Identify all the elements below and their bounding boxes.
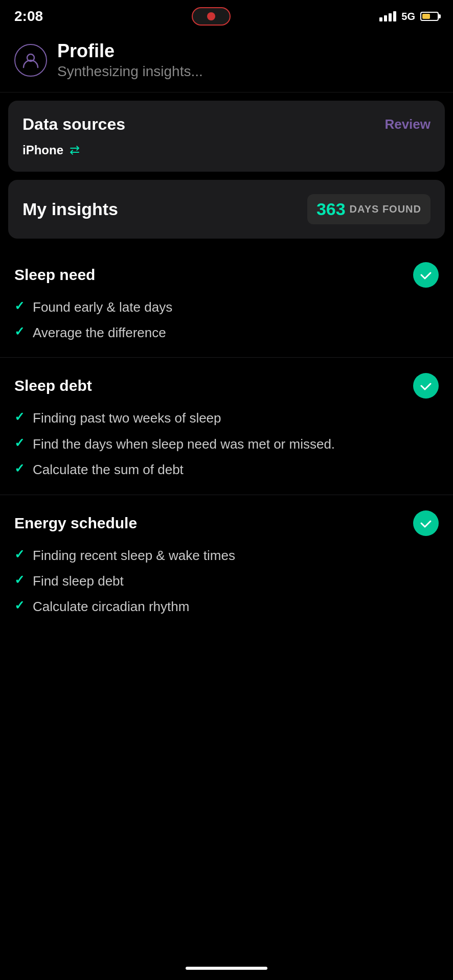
list-item: ✓ Calculate circadian rhythm: [14, 597, 439, 616]
battery: [420, 12, 439, 21]
battery-fill: [422, 14, 430, 19]
check-icon: ✓: [14, 299, 25, 313]
sleep-debt-header: Sleep debt: [14, 373, 439, 399]
review-link[interactable]: Review: [384, 116, 431, 132]
recording-dot: [207, 12, 215, 20]
check-icon: ✓: [14, 598, 25, 613]
status-center: [192, 7, 231, 26]
insight-text: Find sleep debt: [33, 572, 124, 590]
sync-icon: ⇄: [70, 143, 80, 157]
profile-avatar-icon: [21, 51, 40, 69]
insight-text: Finding recent sleep & wake times: [33, 546, 235, 565]
check-icon: ✓: [14, 547, 25, 562]
list-item: ✓ Found early & late days: [14, 298, 439, 316]
data-source-name: iPhone: [22, 143, 63, 157]
sleep-debt-check-circle: [413, 373, 439, 399]
sleep-need-items: ✓ Found early & late days ✓ Average the …: [14, 298, 439, 342]
profile-subtitle: Synthesizing insights...: [57, 63, 203, 80]
check-icon: ✓: [14, 573, 25, 587]
check-icon: ✓: [14, 436, 25, 450]
days-badge: 363 DAYS FOUND: [307, 194, 431, 224]
signal-bars: [379, 11, 396, 21]
sleep-need-section: Sleep need ✓ Found early & late days ✓ A…: [0, 247, 453, 358]
checkmark-icon: [419, 379, 433, 393]
days-label: DAYS FOUND: [350, 203, 421, 215]
check-icon: ✓: [14, 461, 25, 476]
energy-schedule-items: ✓ Finding recent sleep & wake times ✓ Fi…: [14, 546, 439, 616]
days-count: 363: [316, 199, 346, 219]
check-icon: ✓: [14, 410, 25, 424]
list-item: ✓ Average the difference: [14, 323, 439, 342]
insights-title: My insights: [22, 199, 118, 219]
checkmark-icon: [419, 268, 433, 282]
list-item: ✓ Find sleep debt: [14, 572, 439, 590]
data-sources-header: Data sources Review: [22, 115, 431, 134]
insight-text: Calculate the sum of debt: [33, 460, 184, 479]
sleep-need-header: Sleep need: [14, 262, 439, 288]
insights-card: My insights 363 DAYS FOUND: [8, 180, 445, 239]
sleep-debt-title: Sleep debt: [14, 377, 92, 394]
home-bar: [186, 967, 267, 970]
bottom-spacer: [0, 632, 453, 693]
insight-text: Average the difference: [33, 323, 166, 342]
insight-text: Finding past two weeks of sleep: [33, 409, 221, 427]
sleep-need-check-circle: [413, 262, 439, 288]
list-item: ✓ Finding past two weeks of sleep: [14, 409, 439, 427]
recording-pill: [192, 7, 231, 26]
checkmark-icon: [419, 516, 433, 530]
list-item: ✓ Calculate the sum of debt: [14, 460, 439, 479]
energy-schedule-section: Energy schedule ✓ Finding recent sleep &…: [0, 495, 453, 632]
insight-text: Calculate circadian rhythm: [33, 597, 189, 616]
energy-schedule-header: Energy schedule: [14, 510, 439, 536]
data-sources-title: Data sources: [22, 115, 125, 134]
battery-body: [420, 12, 439, 21]
sleep-need-title: Sleep need: [14, 266, 95, 284]
profile-title: Profile: [57, 41, 203, 61]
status-right: 5G: [379, 11, 439, 22]
home-indicator: [0, 959, 453, 980]
list-item: ✓ Find the days when sleep need was met …: [14, 435, 439, 453]
sections-wrapper: Sleep need ✓ Found early & late days ✓ A…: [0, 247, 453, 632]
status-time: 2:08: [14, 8, 43, 25]
energy-schedule-check-circle: [413, 510, 439, 536]
profile-text: Profile Synthesizing insights...: [57, 41, 203, 80]
check-icon: ✓: [14, 324, 25, 339]
profile-section: Profile Synthesizing insights...: [0, 31, 453, 92]
insight-text: Found early & late days: [33, 298, 172, 316]
insight-text: Find the days when sleep need was met or…: [33, 435, 335, 453]
data-source-item: iPhone ⇄: [22, 143, 431, 157]
sleep-debt-items: ✓ Finding past two weeks of sleep ✓ Find…: [14, 409, 439, 479]
avatar: [14, 44, 47, 77]
network-label: 5G: [401, 11, 415, 22]
list-item: ✓ Finding recent sleep & wake times: [14, 546, 439, 565]
insights-header: My insights 363 DAYS FOUND: [22, 194, 431, 224]
data-sources-card: Data sources Review iPhone ⇄: [8, 101, 445, 172]
sleep-debt-section: Sleep debt ✓ Finding past two weeks of s…: [0, 358, 453, 495]
energy-schedule-title: Energy schedule: [14, 515, 137, 532]
status-bar: 2:08 5G: [0, 0, 453, 31]
